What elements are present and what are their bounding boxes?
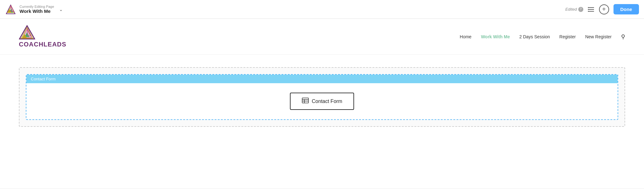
add-button[interactable]: + — [599, 4, 609, 14]
site-logo-icon — [19, 25, 35, 40]
done-button[interactable]: Done — [613, 4, 639, 14]
page-name: Work With Me — [19, 8, 54, 14]
list-icon — [588, 7, 595, 12]
brand-logo-icon — [5, 4, 16, 15]
edited-text: Edited — [565, 7, 577, 12]
page-dropdown-arrow[interactable]: ⌄ — [59, 7, 63, 12]
top-bar-left: Currently Editing Page Work With Me ⌄ — [5, 4, 63, 15]
top-bar-right: Edited ? + Done — [565, 4, 639, 14]
contact-form-header: Contact Form — [26, 75, 618, 83]
page-content: Contact Form Contact Form — [0, 55, 644, 139]
site-area: COACHLEADS Home Work With Me 2 Days Sess… — [0, 19, 644, 188]
nav-link-new-register[interactable]: New Register — [585, 34, 612, 39]
edited-status: Edited ? — [565, 7, 583, 12]
currently-editing-label: Currently Editing Page — [19, 5, 54, 8]
nav-link-work-with-me[interactable]: Work With Me — [481, 34, 510, 39]
brand-coach: COACH — [19, 41, 43, 48]
brand-logo: COACHLEADS — [19, 25, 66, 48]
contact-form-widget-label: Contact Form — [312, 99, 342, 104]
brand-name: COACHLEADS — [19, 41, 66, 48]
inner-dashed-box: Contact Form Contact Form — [26, 74, 618, 120]
search-icon[interactable]: ⚲ — [621, 33, 625, 40]
list-icon-button[interactable] — [588, 7, 595, 12]
svg-point-8 — [588, 7, 589, 8]
contact-form-widget[interactable]: Contact Form — [290, 93, 354, 110]
svg-point-9 — [588, 9, 589, 10]
nav-link-2-days-session[interactable]: 2 Days Session — [519, 34, 550, 39]
contact-form-icon — [302, 98, 309, 105]
help-icon[interactable]: ? — [578, 7, 583, 12]
site-nav: COACHLEADS Home Work With Me 2 Days Sess… — [0, 19, 644, 55]
form-table-icon — [302, 98, 309, 103]
brand-leads: LEADS — [43, 41, 66, 48]
svg-rect-17 — [302, 98, 308, 103]
svg-point-10 — [588, 11, 589, 12]
top-bar: Currently Editing Page Work With Me ⌄ Ed… — [0, 0, 644, 19]
contact-form-body: Contact Form — [26, 83, 618, 119]
nav-links: Home Work With Me 2 Days Session Registe… — [460, 33, 625, 40]
page-info: Currently Editing Page Work With Me — [19, 5, 54, 14]
nav-link-register[interactable]: Register — [559, 34, 576, 39]
outer-dashed-box: Contact Form Contact Form — [19, 67, 625, 127]
nav-link-home[interactable]: Home — [460, 34, 471, 39]
